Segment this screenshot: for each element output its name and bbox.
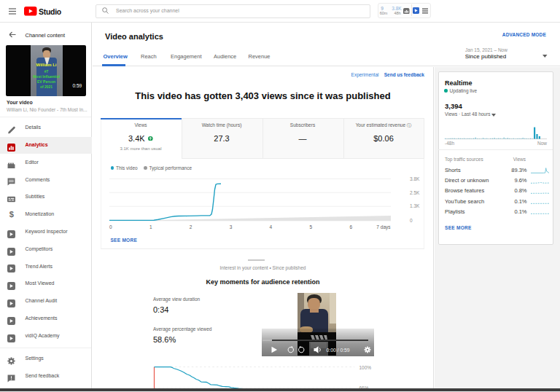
- svg-text:0: 0: [410, 218, 413, 223]
- svg-text:6: 6: [349, 224, 352, 230]
- svg-text:2: 2: [190, 224, 192, 230]
- svg-text:2.5K: 2.5K: [410, 190, 420, 195]
- svg-text:3: 3: [230, 224, 233, 230]
- svg-text:4: 4: [270, 224, 273, 230]
- svg-text:1.3K: 1.3K: [410, 203, 420, 208]
- svg-text:7 days: 7 days: [376, 224, 391, 230]
- svg-text:0:00 / 0:59: 0:00 / 0:59: [327, 348, 350, 353]
- svg-text:0: 0: [109, 224, 112, 230]
- svg-text:1: 1: [149, 224, 152, 230]
- svg-text:-48h: -48h: [445, 141, 454, 146]
- svg-text:3.8K: 3.8K: [410, 176, 420, 181]
- svg-text:Now: Now: [537, 141, 547, 146]
- svg-text:5: 5: [309, 224, 312, 230]
